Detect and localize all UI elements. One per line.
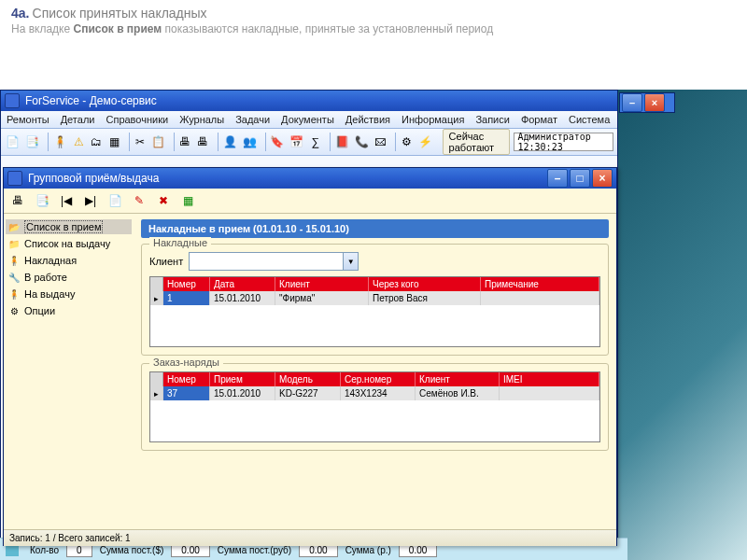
menu-item[interactable]: Система [569,114,610,125]
main-titlebar[interactable]: ForService - Демо-сервис [1,91,617,111]
table-row[interactable]: ▸ 37 15.01.2010 KD-G227 143X1234 Семёнов… [150,386,599,400]
toolbar-user-icon[interactable]: 👤 [222,132,238,152]
group-invoices: Накладные Клиент ▼ Номер Дата Клиент Чер… [141,244,609,356]
menu-item[interactable]: Записи [475,114,510,125]
presentation-background [616,90,747,560]
toolbar-paste-icon[interactable]: 📋 [150,132,166,152]
main-toolbar: 📄 📑 🧍 ⚠ 🗂 ▦ ✂ 📋 🖶 🖶 👤 👥 🔖 📅 ∑ 📕 📞 🖂 ⚙ ⚡ … [1,129,617,156]
dlg-first-icon[interactable]: |◀ [56,190,77,211]
invoices-grid[interactable]: Номер Дата Клиент Через кого Примечание … [149,276,600,347]
menu-item[interactable]: Детали [61,114,95,125]
bg-close-button[interactable]: × [644,93,665,112]
dialog-titlebar[interactable]: Групповой приём/выдача – □ × [4,168,616,189]
page-caption: 4a. Список принятых накладных На вкладке… [0,0,747,37]
toolbar-calendar-icon[interactable]: 📅 [289,132,304,152]
dialog-right-pane: Накладные в прием (01.01.10 - 15.01.10) … [134,214,616,529]
col-header[interactable]: Номер [163,277,210,291]
toolbar-stamp-icon[interactable]: 🔖 [269,132,285,152]
dlg-last-icon[interactable]: ▶| [80,190,101,211]
toolbar-book-icon[interactable]: 📕 [334,132,350,152]
toolbar-bolt-icon[interactable]: ⚡ [417,132,433,152]
toolbar-msg-icon[interactable]: 🖂 [374,132,388,152]
tree-item-todeliver[interactable]: 🧍На выдачу [6,287,132,301]
dialog-toolbar: 🖶 📑 |◀ ▶| 📄 ✎ ✖ ▦ [4,189,616,214]
bg-minimize-button[interactable]: – [622,93,642,112]
col-header[interactable]: Дата [210,277,275,291]
col-header[interactable]: IMEI [500,372,599,386]
toolbar-copy-icon[interactable]: 📑 [24,132,40,152]
menu-item[interactable]: Задачи [235,114,270,125]
tree-item-incoming[interactable]: 📂Список в прием [6,219,132,234]
toolbar-warn-icon[interactable]: ⚠ [72,132,86,152]
group-orders: Заказ-наряды Номер Прием Модель Сер.номе… [141,363,609,451]
chevron-down-icon[interactable]: ▼ [343,253,358,270]
col-header[interactable]: Через кого [369,277,481,291]
col-header[interactable]: Модель [275,372,341,386]
status-box: Администратор 12:30:23 [514,133,614,151]
tree-item-invoice[interactable]: 🧍Накладная [6,253,132,268]
menu-item[interactable]: Действия [345,114,390,125]
caption-title: Список принятых накладных [33,6,207,21]
dlg-edit-icon[interactable]: ✎ [129,190,149,211]
col-header[interactable]: Номер [163,372,210,386]
dlg-new-icon[interactable]: 📄 [105,190,125,211]
dialog-window: Групповой приём/выдача – □ × 🖶 📑 |◀ ▶| 📄… [3,167,617,546]
toolbar-grid-icon[interactable]: ▦ [107,132,121,152]
tree-item-inwork[interactable]: 🔧В работе [6,270,132,285]
toolbar-card-icon[interactable]: 🗂 [90,132,104,152]
toolbar-person-icon[interactable]: 🧍 [52,132,68,152]
client-label: Клиент [149,256,183,267]
banner: Накладные в прием (01.01.10 - 15.01.10) [141,219,609,238]
dialog-icon [7,171,22,186]
footer-label: Кол-во [30,545,59,555]
footer-label: Сумма (р.) [345,545,391,555]
col-header[interactable]: Сер.номер [341,372,416,386]
menu-item[interactable]: Информация [402,114,464,125]
dialog-title: Групповой приём/выдача [28,172,159,185]
dlg-delete-icon[interactable]: ✖ [153,190,174,211]
table-row[interactable]: ▸ 1 15.01.2010 "Фирма" Петров Вася [150,291,599,305]
dialog-maximize-button[interactable]: □ [570,169,590,188]
toolbar-users-icon[interactable]: 👥 [242,132,258,152]
client-combo[interactable]: ▼ [189,252,359,271]
col-header[interactable]: Клиент [275,277,369,291]
app-icon [5,93,20,108]
group-legend: Накладные [149,237,211,248]
toolbar-phone-icon[interactable]: 📞 [354,132,370,152]
orders-grid[interactable]: Номер Прием Модель Сер.номер Клиент IMEI… [149,371,600,442]
dialog-close-button[interactable]: × [592,169,613,188]
menu-item[interactable]: Справочники [106,114,168,125]
toolbar-gear-icon[interactable]: ⚙ [400,132,414,152]
nav-tree: 📂Список в прием 📁Список на выдачу 🧍Накла… [4,214,134,529]
group-legend: Заказ-наряды [149,357,223,368]
toolbar-sum-icon[interactable]: ∑ [308,132,322,152]
caption-subtitle: На вкладке Список в прием показываются н… [11,22,736,35]
toolbar-printlist-icon[interactable]: 🖶 [196,132,210,152]
menu-item[interactable]: Документы [281,114,334,125]
menu-item[interactable]: Журналы [179,114,224,125]
menu-item[interactable]: Формат [521,114,557,125]
dlg-copy-icon[interactable]: 📑 [32,190,52,211]
dlg-print-icon[interactable]: 🖶 [7,190,28,211]
tree-item-options[interactable]: ⚙Опции [6,303,132,318]
footer-label: Сумма пост.(руб) [218,545,291,555]
tree-item-outgoing[interactable]: 📁Список на выдачу [6,236,132,251]
col-header[interactable]: Клиент [416,372,500,386]
col-header[interactable]: Примечание [481,277,599,291]
main-menubar[interactable]: Ремонты Детали Справочники Журналы Задач… [1,111,617,129]
wrench-icon: 🔧 [7,272,21,283]
dialog-minimize-button[interactable]: – [547,169,568,188]
toolbar-new-icon[interactable]: 📄 [5,132,21,152]
dlg-excel-icon[interactable]: ▦ [177,190,198,211]
toolbar-cut-icon[interactable]: ✂ [133,132,147,152]
menu-item[interactable]: Ремонты [7,114,49,125]
row-indicator-icon: ▸ [150,386,163,400]
background-window-buttons: – × [619,92,675,113]
folder-icon: 📂 [7,221,21,232]
row-indicator-icon: ▸ [150,291,163,305]
toolbar-print-icon[interactable]: 🖶 [178,132,192,152]
main-title: ForService - Демо-сервис [25,94,157,107]
dialog-statusbar: Запись: 1 / Всего записей: 1 [4,529,616,546]
status-label: Сейчас работают [443,129,510,155]
col-header[interactable]: Прием [210,372,275,386]
